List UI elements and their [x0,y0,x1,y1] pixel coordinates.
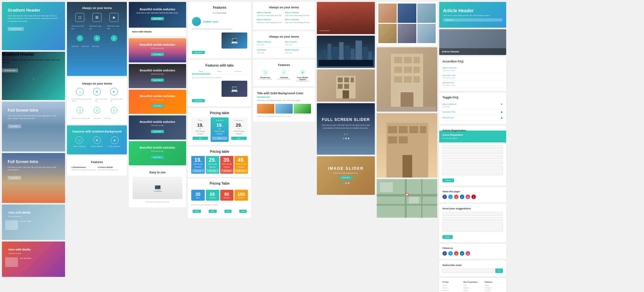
svg-rect-24 [394,76,402,83]
image-slider-dots [343,181,349,185]
googleplus-icon[interactable]: g [454,195,459,199]
reg-subject-input[interactable] [442,160,503,164]
reg-message-textarea[interactable] [442,166,503,175]
fw-icon-3: ◈ [110,88,118,96]
tab-business[interactable]: Business [229,69,247,74]
subscribe-email-input[interactable] [442,269,494,273]
reg-email-input[interactable] [442,150,503,154]
column-1: Gradient Header Click here to start. Cli… [2,2,65,292]
column-7 [377,2,437,292]
suggestions-name-input[interactable] [442,212,503,216]
features-tabs-btn[interactable]: Learn More [192,99,205,102]
reg-submit-btn[interactable]: Submit [442,178,454,182]
stat-lbl-1: Basic [192,197,204,199]
dot-3[interactable] [348,138,349,139]
svg-rect-11 [338,78,343,82]
dot-1[interactable] [343,138,344,139]
intro-green-btn[interactable]: Learn More [151,156,164,159]
twitter-icon[interactable]: t [448,195,453,199]
features-cta-btn[interactable]: Learn More [192,51,205,54]
gallery-row-1 [378,4,436,23]
pricing-btn-1[interactable]: Learn [193,210,201,213]
arch-brick-card: Architecture [317,2,375,34]
fi-name-3: Fonts Mobile Support [294,77,311,80]
intro-person-btn[interactable]: Learn More [151,78,164,82]
accordion-item-2-text: Click here to start. [442,77,503,79]
gradient-header-1-btn[interactable]: Download Now [8,27,24,31]
reg-header-bg: Article Registration Fill in the form be… [439,131,506,142]
pricing-btn-2[interactable]: Start [209,210,217,213]
suggestions-email-input[interactable] [442,217,503,221]
plan-2-btn[interactable]: Buy [212,137,227,140]
features-tabs-title: Features with tabs [192,64,247,67]
is-dot-1[interactable] [343,182,344,184]
toggle-item-1-text: Click here. [442,106,503,108]
tab-basic[interactable]: Basic [210,69,229,74]
tab-plans[interactable]: Plans [192,69,210,74]
follow-gp-icon[interactable]: g [454,251,459,256]
plan-3-btn[interactable]: Buy [231,137,247,140]
accordion-item-3[interactable]: Why Minima? Click here to start. [442,80,503,88]
follow-tw-icon[interactable]: t [448,251,453,256]
follow-fb-icon[interactable]: f [442,251,447,256]
plan-1-btn[interactable]: Buy [193,137,208,140]
suggestions-submit-btn[interactable]: Send [442,235,453,239]
footer-col-1: To Our Home About Services Contact [442,281,461,292]
pricing-btn-4[interactable]: Elite [239,210,247,213]
suggestions-card: Send your suggestions Send [439,204,506,242]
fw-icon-2: ⊞ [93,88,101,96]
at2-title-4: Mobile Support [285,49,311,51]
pinterest-icon[interactable]: p [471,195,476,199]
ptw-btn-1[interactable]: Buy now [192,169,204,172]
intro-dark2-btn[interactable]: Learn More [151,130,164,133]
instagram-icon[interactable]: ig [466,195,470,199]
intro-person-card: Beautiful mobile websites Click here to … [129,64,186,88]
accordion-item-2[interactable]: Accordion FAQ Click here to start. [442,73,503,80]
intro-orange-btn[interactable]: Learn More [151,104,164,107]
image-slider-btn[interactable]: Learn More [339,176,352,179]
share-icons-row: f t g in ig p [442,195,503,199]
is-dot-2[interactable] [345,182,347,184]
toggle-item-1[interactable]: What is Minima? ▼ Click here. [442,102,503,109]
ptw-btn-4[interactable]: Buy now [235,169,247,172]
feat-col-1-text: Click here to add text. [71,25,87,30]
svg-rect-43 [380,182,393,192]
facebook-icon[interactable]: f [442,195,447,199]
article-header-teal-btn[interactable]: Read More [443,18,502,22]
svg-rect-25 [404,76,412,83]
full-screen-intro-2-btn[interactable]: Learn More [8,176,21,180]
ptw-label-1: 4GB Storage [192,163,204,165]
full-screen-intro-1-text: Click here to start. Click 'New Tab' fro… [8,114,59,120]
toggle-item-2[interactable]: Accordion FAQ ▶ [442,109,503,115]
article-header-teal-text: Click here to start adding text for your… [443,14,502,16]
gradient-header-2-btn[interactable]: Download Now [2,68,18,72]
follow-ig-icon[interactable]: ig [466,251,470,256]
svg-rect-44 [409,197,419,203]
footer-col-3-title: Connect [485,281,503,283]
linkedin-icon[interactable]: in [460,195,464,199]
feat-mob-text: Click here to add feature text. [98,169,122,171]
is-dot-3[interactable] [348,182,349,184]
footer-col-2: Our Customers FAQ Support Terms Privacy [463,281,482,292]
slider-prev-icon[interactable]: ‹ [344,132,345,136]
ptw-btn-3[interactable]: Buy now [221,169,233,172]
pricing-btn-3[interactable]: Pro [224,210,232,213]
dot-2[interactable] [345,138,347,139]
follow-li-icon[interactable]: in [460,251,464,256]
full-screen-intro-2-title: Full Screen Intro [8,160,59,164]
intro-sunset-btn[interactable]: Learn More [151,53,164,56]
slider-next-icon[interactable]: › [346,132,348,136]
reg-phone-input[interactable] [442,155,503,159]
suggestions-text-area[interactable] [442,222,503,232]
toggle-item-3[interactable]: Why Minima? ▶ [442,115,503,121]
full-screen-intro-1-btn[interactable]: Learn More [8,124,21,128]
ptw-btn-2[interactable]: Buy now [206,169,219,172]
subscribe-go-btn[interactable]: Go! [495,269,503,273]
reg-name-input[interactable] [442,145,503,149]
stat-lbl-2: Standard [206,197,219,199]
footer-col-1-title: To Our [442,281,461,283]
accordion-item-3-text: Click here to start. [442,84,503,86]
accordion-item-1[interactable]: What is Minima? Click here to start. [442,66,503,73]
toggle-item-2-title: Accordion FAQ [442,111,455,113]
intro-dark-btn[interactable]: Learn More [151,17,164,20]
